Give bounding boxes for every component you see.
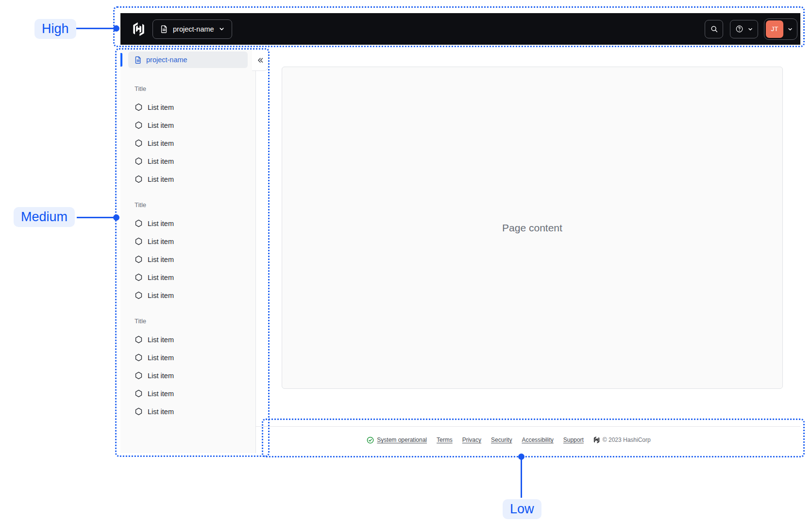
sidebar-sections: TitleList itemList itemList itemList ite… [120, 68, 255, 420]
hexagon-icon [135, 371, 143, 380]
hexagon-icon [135, 157, 143, 165]
list-item-label: List item [148, 354, 174, 362]
hexagon-icon [135, 175, 143, 183]
avatar: JT [766, 20, 783, 38]
sidebar-collapse-tab [252, 45, 269, 71]
sidebar-list-item[interactable]: List item [128, 349, 248, 367]
chevron-down-icon [787, 26, 793, 32]
hexagon-icon [135, 255, 143, 263]
list-item-label: List item [148, 292, 174, 299]
search-button[interactable] [705, 20, 723, 38]
help-menu-button[interactable] [730, 20, 758, 38]
system-status-link[interactable]: System operational [367, 437, 427, 444]
sidebar-item-project-name[interactable]: project-name [128, 52, 248, 68]
chevron-down-icon [747, 26, 753, 32]
file-text-icon [160, 25, 169, 34]
hexagon-icon [135, 139, 143, 147]
hexagon-icon [135, 237, 143, 245]
priority-label-medium: Medium [14, 207, 75, 227]
help-icon [735, 25, 744, 33]
priority-label-high: High [34, 19, 76, 39]
list-item-label: List item [148, 408, 174, 416]
hashicorp-logo[interactable] [132, 22, 145, 36]
hexagon-icon [135, 103, 143, 111]
sidebar: project-name TitleList itemList itemList… [120, 45, 256, 453]
footer-link-support[interactable]: Support [563, 437, 584, 443]
copyright: © 2023 HashiCorp [593, 437, 651, 443]
collapse-sidebar-button[interactable] [255, 55, 265, 65]
hexagon-icon [135, 121, 143, 129]
footer: System operational TermsPrivacySecurityA… [256, 426, 800, 453]
sidebar-list-item[interactable]: List item [128, 268, 248, 286]
hexagon-icon [135, 353, 143, 362]
hexagon-icon [135, 335, 143, 344]
connector-line-high [76, 28, 115, 29]
sidebar-list-item[interactable]: List item [128, 152, 248, 170]
connector-dot-high [113, 25, 119, 32]
hexagon-icon [135, 291, 143, 299]
list-item-label: List item [148, 104, 174, 111]
list-item-label: List item [148, 372, 174, 380]
sidebar-list-item[interactable]: List item [128, 384, 248, 402]
priority-label-low: Low [503, 499, 541, 519]
double-chevron-left-icon [256, 56, 264, 64]
sidebar-list-item[interactable]: List item [128, 214, 248, 232]
hexagon-icon [135, 219, 143, 227]
connector-line-low [521, 457, 522, 498]
section-title: Title [128, 317, 248, 326]
page-content-placeholder: Page content [502, 222, 562, 234]
annotated-screenshot: project-name JT [0, 0, 812, 524]
connector-dot-low [518, 454, 524, 460]
sidebar-list-item[interactable]: List item [128, 170, 248, 188]
hexagon-icon [135, 407, 143, 416]
connector-line-medium [77, 217, 115, 218]
connector-dot-medium [113, 214, 119, 221]
sidebar-list-item[interactable]: List item [128, 250, 248, 268]
sidebar-list-item[interactable]: List item [128, 331, 248, 349]
list-item-label: List item [148, 390, 174, 398]
sidebar-section: TitleList itemList itemList itemList ite… [128, 317, 248, 420]
user-menu-button[interactable]: JT [764, 18, 797, 40]
list-item-label: List item [148, 220, 174, 227]
check-circle-icon [367, 437, 374, 444]
list-item-label: List item [148, 157, 174, 165]
page-content-area: Page content [282, 67, 783, 389]
list-item-label: List item [148, 140, 174, 147]
footer-link-terms[interactable]: Terms [437, 437, 453, 443]
hexagon-icon [135, 389, 143, 398]
chevron-down-icon [219, 26, 225, 32]
search-icon [710, 25, 718, 33]
sidebar-list-item[interactable]: List item [128, 286, 248, 304]
list-item-label: List item [148, 122, 174, 129]
sidebar-section: TitleList itemList itemList itemList ite… [128, 85, 248, 188]
top-navbar: project-name JT [120, 13, 800, 45]
list-item-label: List item [148, 336, 174, 344]
project-switcher-label: project-name [173, 25, 214, 33]
sidebar-list-item[interactable]: List item [128, 116, 248, 134]
sidebar-list-item[interactable]: List item [128, 232, 248, 250]
hexagon-icon [135, 273, 143, 281]
active-item-indicator [120, 53, 122, 67]
list-item-label: List item [148, 175, 174, 183]
hashicorp-logo-small [593, 437, 600, 443]
footer-link-accessibility[interactable]: Accessibility [522, 437, 553, 443]
sidebar-list-item[interactable]: List item [128, 134, 248, 152]
footer-link-privacy[interactable]: Privacy [462, 437, 481, 443]
sidebar-list-item[interactable]: List item [128, 367, 248, 384]
list-item-label: List item [148, 274, 174, 281]
list-item-label: List item [148, 238, 174, 245]
list-item-label: List item [148, 256, 174, 263]
sidebar-list-item[interactable]: List item [128, 402, 248, 420]
section-title: Title [128, 201, 248, 210]
project-switcher-button[interactable]: project-name [152, 19, 232, 39]
section-title: Title [128, 85, 248, 93]
file-text-icon [134, 56, 142, 64]
sidebar-list-item[interactable]: List item [128, 98, 248, 116]
footer-link-security[interactable]: Security [491, 437, 512, 443]
copyright-text: © 2023 HashiCorp [603, 437, 651, 443]
sidebar-section: TitleList itemList itemList itemList ite… [128, 201, 248, 304]
active-item-label: project-name [146, 56, 187, 64]
system-status-label: System operational [377, 437, 427, 443]
